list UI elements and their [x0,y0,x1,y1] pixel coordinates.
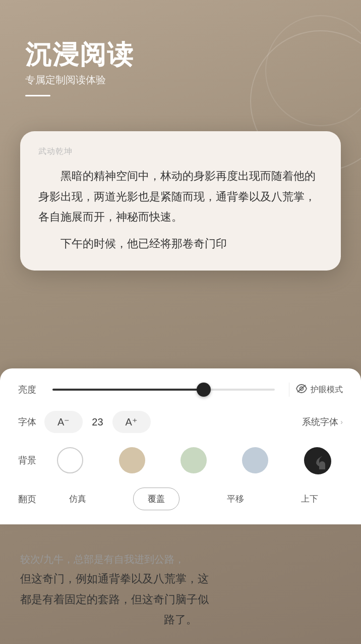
bg-swatch-dark[interactable] [304,447,330,473]
slider-fill [52,389,204,391]
pageturn-option-2[interactable]: 平移 [217,488,254,510]
bg-label: 背景 [18,454,44,466]
brightness-label: 亮度 [18,384,44,396]
pageturn-options: 仿真 覆盖 平移 上下 [44,488,343,510]
chevron-right-icon: › [340,418,343,426]
bg-swatch-beige[interactable] [119,447,145,473]
brightness-slider[interactable] [52,389,275,391]
bg-swatch-blue[interactable] [242,447,268,473]
eye-mode-toggle[interactable]: 护眼模式 [295,384,343,396]
pageturn-option-0[interactable]: 仿真 [59,488,96,510]
divider [289,383,289,397]
bg-swatches [44,447,343,473]
bottom-line-1: 但这奇门，例如通背拳以及八荒掌，这 [20,569,341,589]
header: 沉浸阅读 专属定制阅读体验 [25,40,134,96]
eye-mode-label: 护眼模式 [311,385,343,395]
pageturn-label: 翻页 [18,493,44,505]
font-controls: A⁻ 23 A⁺ [44,411,302,433]
background [0,0,361,644]
reading-content: 黑暗的精神空间中，林动的身影再度出现而随着他的身影出现，两道光影也是紧随而现，通… [38,166,323,254]
control-panel: 亮度 护眼模式 字体 A⁻ 23 A⁺ [0,368,361,524]
bottom-line-3: 路了。 [20,610,341,630]
font-row: 字体 A⁻ 23 A⁺ 系统字体 › [18,411,343,433]
font-label: 字体 [18,416,44,428]
bg-swatch-green[interactable] [180,447,207,473]
bottom-blurred-line: 较次/九牛，总部是有自我进到公路， [20,550,341,569]
bottom-line-2: 都是有着固定的套路，但这奇门脑子似 [20,589,341,610]
reading-card: 武动乾坤 黑暗的精神空间中，林动的身影再度出现而随着他的身影出现，两道光影也是紧… [20,131,341,271]
content-paragraph-2: 下午的时候，他已经将那卷奇门印 [38,234,323,254]
svg-line-1 [297,385,306,392]
book-title: 武动乾坤 [38,146,323,157]
bg-swatch-white[interactable] [57,447,83,473]
eye-icon [295,384,308,396]
pageturn-option-3[interactable]: 上下 [291,488,328,510]
bottom-content: 较次/九牛，总部是有自我进到公路， 但这奇门，例如通背拳以及八荒掌，这 都是有着… [20,550,341,630]
background-row: 背景 [18,447,343,473]
font-increase-button[interactable]: A⁺ [112,411,151,433]
font-decrease-button[interactable]: A⁻ [44,411,83,433]
slider-track [52,389,275,391]
font-type-button[interactable]: 系统字体 › [302,416,343,428]
page-subtitle: 专属定制阅读体验 [25,73,134,87]
page-title: 沉浸阅读 [25,40,134,69]
slider-thumb[interactable] [197,383,211,397]
font-size-value: 23 [92,416,103,428]
brightness-row: 亮度 护眼模式 [18,383,343,397]
content-paragraph-1: 黑暗的精神空间中，林动的身影再度出现而随着他的身影出现，两道光影也是紧随而现，通… [38,166,323,228]
font-type-label: 系统字体 [302,416,338,428]
pageturn-row: 翻页 仿真 覆盖 平移 上下 [18,488,343,510]
header-divider [25,95,50,96]
pageturn-option-1[interactable]: 覆盖 [133,488,179,510]
